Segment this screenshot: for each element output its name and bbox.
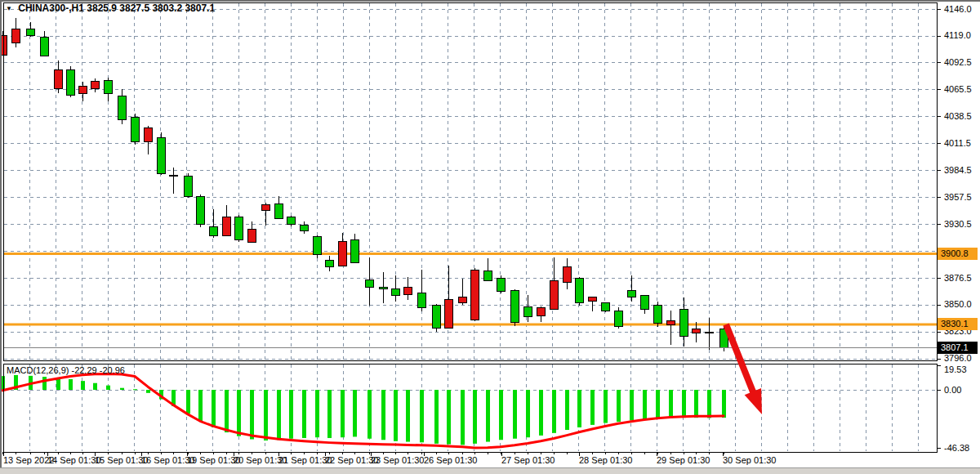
candle-body xyxy=(313,237,321,254)
macd-histogram-bar xyxy=(353,390,357,436)
macd-histogram-bar xyxy=(473,390,477,444)
chart-canvas[interactable] xyxy=(0,0,980,474)
candle-body xyxy=(338,241,346,266)
macd-histogram-bar xyxy=(630,390,634,421)
candle-body xyxy=(601,303,609,311)
macd-histogram-bar xyxy=(590,390,595,425)
macd-histogram-bar xyxy=(289,390,293,439)
candle-body xyxy=(391,289,399,296)
macd-histogram-bar xyxy=(186,390,190,414)
candle-body xyxy=(365,280,373,288)
candle-body xyxy=(144,128,152,142)
candle-body xyxy=(432,306,440,328)
candle-body xyxy=(563,266,571,282)
candle-body xyxy=(523,307,532,316)
candle-body xyxy=(417,293,425,308)
macd-histogram-bar xyxy=(447,390,451,445)
macd-histogram-bar xyxy=(81,381,85,390)
macd-histogram-bar xyxy=(198,390,203,421)
macd-histogram-bar xyxy=(212,390,216,427)
macd-histogram-bar xyxy=(669,390,673,418)
macd-histogram-bar xyxy=(146,390,150,393)
candle-body xyxy=(26,29,34,35)
macd-histogram-bar xyxy=(526,390,530,437)
candle-body xyxy=(640,296,648,310)
macd-histogram-bar xyxy=(120,388,124,390)
macd-histogram-bar xyxy=(461,390,465,445)
candle-body xyxy=(483,271,492,281)
candle-body xyxy=(131,117,139,141)
candle-body xyxy=(575,279,583,303)
candle-body xyxy=(104,81,112,93)
candle-body xyxy=(157,138,165,173)
macd-histogram-bar xyxy=(394,390,398,441)
candle-body xyxy=(11,29,20,42)
macd-histogram-bar xyxy=(707,390,711,418)
macd-histogram-bar xyxy=(406,390,410,442)
candle-body xyxy=(379,288,387,288)
macd-histogram-bar xyxy=(250,390,254,439)
macd-histogram-bar xyxy=(643,390,647,419)
macd-indicator-label: MACD(12,26,9) -22.29 -20.96 xyxy=(7,365,125,375)
candle-body xyxy=(66,70,74,95)
candle-body xyxy=(118,96,126,119)
macd-histogram-bar xyxy=(617,390,621,422)
macd-histogram-bar xyxy=(42,377,47,390)
macd-histogram-bar xyxy=(539,390,543,436)
candle-body xyxy=(274,204,283,219)
candle-body xyxy=(679,310,688,336)
macd-histogram-bar xyxy=(381,390,385,440)
candle-body xyxy=(325,260,333,266)
macd-histogram-bar xyxy=(368,390,372,439)
macd-signal-line xyxy=(2,373,724,448)
macd-histogram-bar xyxy=(327,390,332,438)
candle-body xyxy=(403,288,412,295)
candle-body xyxy=(627,291,635,297)
macd-histogram-bar xyxy=(420,390,424,442)
candle-body xyxy=(287,217,295,225)
macd-histogram-bar xyxy=(499,390,503,440)
macd-histogram-bar xyxy=(577,390,581,427)
macd-histogram-bar xyxy=(604,390,608,423)
macd-histogram-bar xyxy=(106,386,110,390)
macd-histogram-bar xyxy=(341,390,345,437)
candle-body xyxy=(350,239,359,262)
macd-histogram-bar xyxy=(513,390,517,439)
macd-histogram-bar xyxy=(486,390,490,442)
candle-body xyxy=(510,291,519,322)
candle-body xyxy=(653,306,662,323)
candle-body xyxy=(550,281,558,310)
candle-body xyxy=(184,176,192,196)
macd-histogram-bar xyxy=(302,390,306,438)
candle-body xyxy=(222,217,230,235)
candle-body xyxy=(196,196,204,224)
candle-body xyxy=(54,70,62,88)
symbol-dropdown-icon[interactable]: ▼ xyxy=(6,5,12,12)
macd-histogram-bar xyxy=(277,390,281,440)
candle-body xyxy=(78,87,87,93)
candle-body xyxy=(444,300,452,328)
window-border-left xyxy=(0,0,2,467)
macd-histogram-bar xyxy=(682,390,686,418)
candle-body xyxy=(588,297,596,302)
candle-body xyxy=(666,320,675,324)
candle-body xyxy=(40,37,48,56)
macd-histogram-bar xyxy=(722,390,726,418)
candle-body xyxy=(300,226,308,231)
candle-body xyxy=(692,329,700,333)
candle-body xyxy=(705,332,713,333)
candle-body xyxy=(497,279,505,292)
macd-histogram-bar xyxy=(315,390,319,437)
candle-body xyxy=(169,175,177,176)
trend-arrow-head[interactable] xyxy=(745,388,762,414)
macd-histogram-bar xyxy=(694,390,698,418)
macd-histogram-bar xyxy=(93,383,97,390)
candle-body xyxy=(614,311,622,326)
macd-histogram-bar xyxy=(434,390,439,444)
macd-histogram-bar xyxy=(565,390,569,430)
candle-body xyxy=(470,270,479,320)
macd-histogram-bar xyxy=(656,390,660,418)
candle-body xyxy=(261,205,270,211)
candle-body xyxy=(458,297,466,303)
macd-histogram-bar xyxy=(133,389,137,390)
